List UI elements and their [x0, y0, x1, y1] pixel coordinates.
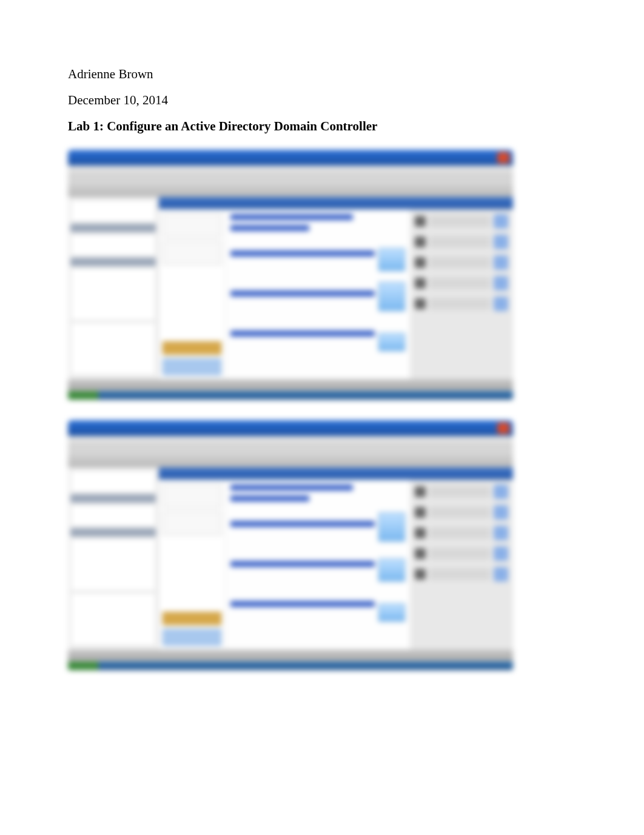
- widget-row: [415, 526, 508, 540]
- widget-icon: [415, 528, 426, 538]
- chart-area: [230, 506, 405, 542]
- widget-text: [429, 548, 490, 560]
- chart-bar: [378, 603, 405, 622]
- column-middle: [226, 209, 410, 379]
- chart-area: [230, 276, 405, 311]
- chart-area: [230, 586, 405, 622]
- link-text: [230, 485, 353, 491]
- widget-text: [429, 568, 490, 580]
- close-icon[interactable]: [497, 152, 509, 163]
- chart-label: [230, 330, 375, 337]
- widget-row: [415, 276, 508, 290]
- chart-label: [230, 250, 375, 257]
- window-toolbar: [68, 179, 513, 197]
- widget-icon: [415, 569, 426, 580]
- sidebar-block: [70, 200, 156, 223]
- widget-text: [429, 527, 490, 539]
- lab-title: Lab 1: Configure an Active Directory Dom…: [68, 119, 576, 134]
- sidebar-header: [70, 528, 156, 537]
- main-header: [159, 468, 513, 480]
- widget-icon: [415, 257, 426, 268]
- column-right: [410, 209, 513, 379]
- status-bar: [68, 649, 513, 662]
- widget-icon: [415, 278, 426, 289]
- window-menubar: [68, 166, 513, 179]
- widget-button[interactable]: [494, 526, 508, 540]
- widget-text: [429, 298, 490, 310]
- widget-row: [415, 255, 508, 270]
- sidebar-block: [70, 470, 156, 493]
- main-area: [159, 468, 513, 649]
- chart-label: [230, 521, 375, 527]
- widget-button[interactable]: [494, 235, 508, 249]
- window-body: [68, 468, 513, 649]
- sidebar-block: [70, 322, 156, 375]
- widget-button[interactable]: [494, 505, 508, 520]
- accent-panel: [163, 341, 221, 355]
- sidebar: [68, 468, 159, 649]
- widget-button[interactable]: [494, 276, 508, 290]
- link-text: [230, 495, 309, 501]
- blue-panel: [163, 358, 221, 375]
- widget-icon: [415, 216, 426, 227]
- start-button[interactable]: [68, 662, 98, 670]
- blue-panel: [163, 629, 221, 646]
- status-bar: [68, 379, 513, 391]
- widget-row: [415, 214, 508, 229]
- screenshot-1: [68, 150, 513, 400]
- taskbar: [68, 662, 513, 670]
- author-name: Adrienne Brown: [68, 67, 576, 82]
- widget-icon: [415, 507, 426, 518]
- window-titlebar: [68, 420, 513, 436]
- widget-button[interactable]: [494, 485, 508, 499]
- window-menubar: [68, 436, 513, 449]
- sidebar-block: [70, 504, 156, 527]
- panel-box: [163, 511, 221, 535]
- column-left: [159, 480, 226, 649]
- panel-box: [163, 213, 221, 237]
- column-right: [410, 480, 513, 649]
- widget-text: [429, 277, 490, 289]
- widget-row: [415, 235, 508, 249]
- window-body: [68, 197, 513, 379]
- widget-text: [429, 236, 490, 248]
- chart-bar: [378, 248, 405, 271]
- close-icon[interactable]: [497, 423, 509, 434]
- window-toolbar: [68, 449, 513, 468]
- widget-row: [415, 505, 508, 520]
- chart-bar: [378, 512, 405, 542]
- chart-bar: [378, 333, 405, 351]
- accent-panel: [163, 612, 221, 625]
- widget-row: [415, 297, 508, 311]
- column-middle: [226, 480, 410, 649]
- sidebar-header: [70, 494, 156, 503]
- widget-button[interactable]: [494, 567, 508, 582]
- widget-button[interactable]: [494, 214, 508, 229]
- chart-area: [230, 236, 405, 271]
- main-area: [159, 197, 513, 379]
- column-left: [159, 209, 226, 379]
- chart-label: [230, 601, 375, 607]
- widget-button[interactable]: [494, 255, 508, 270]
- widget-text: [429, 215, 490, 227]
- document-page: Adrienne Brown December 10, 2014 Lab 1: …: [0, 0, 644, 727]
- widget-text: [429, 486, 490, 498]
- chart-bar: [378, 558, 405, 582]
- document-date: December 10, 2014: [68, 93, 576, 108]
- panel-box: [163, 483, 221, 508]
- widget-button[interactable]: [494, 297, 508, 311]
- widget-row: [415, 567, 508, 582]
- widget-row: [415, 485, 508, 499]
- sidebar-block: [70, 592, 156, 646]
- window-titlebar: [68, 150, 513, 166]
- chart-label: [230, 561, 375, 567]
- main-header: [159, 197, 513, 209]
- sidebar-header: [70, 224, 156, 232]
- main-content: [159, 209, 513, 379]
- widget-icon: [415, 298, 426, 309]
- start-button[interactable]: [68, 391, 98, 400]
- sidebar-header: [70, 258, 156, 266]
- widget-button[interactable]: [494, 546, 508, 561]
- sidebar-block: [70, 267, 156, 321]
- main-content: [159, 480, 513, 649]
